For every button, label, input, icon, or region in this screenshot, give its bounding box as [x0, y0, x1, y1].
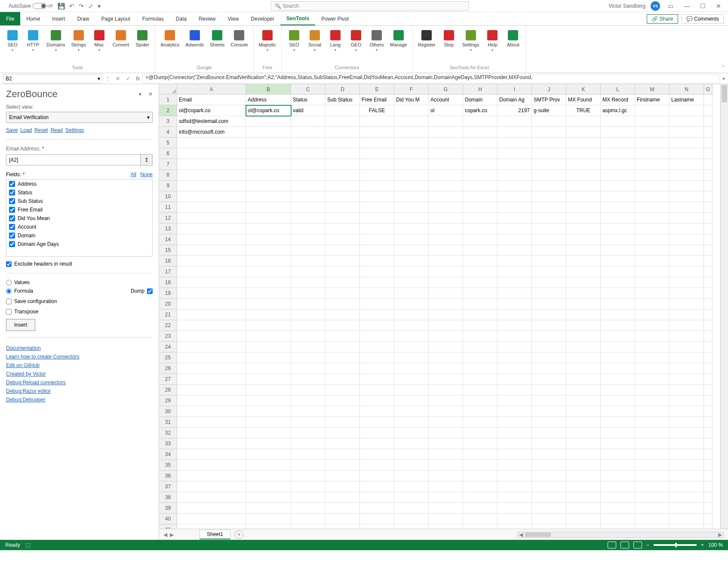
cell[interactable] [601, 170, 635, 181]
cell[interactable]: valid [291, 105, 326, 116]
cell[interactable] [394, 116, 429, 127]
cell[interactable] [429, 428, 463, 438]
cell[interactable] [246, 514, 291, 524]
cell[interactable] [291, 503, 326, 514]
cell[interactable] [463, 385, 498, 395]
cell[interactable] [635, 148, 670, 159]
row-header[interactable]: 27 [159, 374, 177, 385]
cell[interactable] [635, 320, 670, 331]
cell[interactable] [635, 234, 670, 245]
cell[interactable] [463, 352, 498, 363]
cell[interactable] [670, 224, 704, 234]
col-header[interactable]: M [635, 84, 670, 95]
cell[interactable] [394, 331, 429, 342]
cell[interactable] [177, 428, 246, 438]
cell[interactable] [498, 395, 532, 406]
cell[interactable] [704, 460, 713, 471]
cell[interactable]: Account [429, 95, 463, 105]
row-header[interactable]: 38 [159, 492, 177, 503]
cell[interactable] [463, 138, 498, 148]
cell[interactable] [566, 116, 601, 127]
cell[interactable]: info@microsoft.com [177, 127, 246, 138]
row-header[interactable]: 37 [159, 481, 177, 492]
cell[interactable] [429, 202, 463, 213]
zoom-slider[interactable] [654, 544, 697, 546]
row-header[interactable]: 13 [159, 224, 177, 234]
cell[interactable] [566, 385, 601, 395]
doc-link[interactable]: Debug:Debugger [6, 397, 153, 403]
cell[interactable] [429, 438, 463, 449]
normal-view-icon[interactable] [608, 542, 616, 548]
cell[interactable] [394, 417, 429, 428]
cell[interactable] [394, 342, 429, 352]
cell[interactable] [463, 299, 498, 309]
field-checkbox[interactable] [9, 207, 15, 213]
tab-draw[interactable]: Draw [71, 12, 95, 25]
cell[interactable] [463, 159, 498, 170]
cell[interactable] [246, 202, 291, 213]
cell[interactable] [670, 524, 704, 529]
row-header[interactable]: 7 [159, 159, 177, 170]
cell[interactable]: aspmx.l.gc [601, 105, 635, 116]
row-header[interactable]: 36 [159, 471, 177, 481]
cell[interactable] [360, 202, 394, 213]
tab-file[interactable]: File [0, 12, 20, 25]
cell[interactable] [326, 471, 360, 481]
cell[interactable] [246, 148, 291, 159]
cell[interactable] [635, 127, 670, 138]
cell[interactable] [601, 288, 635, 299]
cell[interactable] [532, 471, 566, 481]
cell[interactable] [498, 245, 532, 256]
cell[interactable] [670, 417, 704, 428]
cell[interactable] [532, 299, 566, 309]
cell[interactable] [498, 202, 532, 213]
cell[interactable] [498, 374, 532, 385]
cell[interactable] [360, 460, 394, 471]
col-header[interactable]: H [463, 84, 498, 95]
ribbon-spider[interactable]: Spider [133, 28, 151, 65]
doc-link[interactable]: Learn how to create Connectors [6, 354, 153, 360]
cell[interactable]: MX Found [566, 95, 601, 105]
cell[interactable] [246, 471, 291, 481]
cell[interactable] [566, 181, 601, 191]
row-header[interactable]: 19 [159, 288, 177, 299]
cell[interactable] [291, 406, 326, 417]
cell[interactable] [635, 299, 670, 309]
row-header[interactable]: 15 [159, 245, 177, 256]
col-header[interactable]: F [394, 84, 429, 95]
cell[interactable] [177, 245, 246, 256]
cell[interactable] [246, 385, 291, 395]
cell[interactable] [498, 481, 532, 492]
cell[interactable] [532, 170, 566, 181]
cell[interactable] [326, 514, 360, 524]
cell[interactable] [635, 256, 670, 266]
cell[interactable] [566, 503, 601, 514]
cell[interactable] [704, 138, 713, 148]
cell[interactable] [429, 352, 463, 363]
cell[interactable] [394, 181, 429, 191]
cell[interactable] [704, 417, 713, 428]
cell[interactable] [177, 138, 246, 148]
cell[interactable] [601, 202, 635, 213]
cell[interactable] [601, 428, 635, 438]
cell[interactable] [360, 471, 394, 481]
cell[interactable] [360, 331, 394, 342]
cell[interactable] [291, 245, 326, 256]
cell[interactable] [291, 309, 326, 320]
cell[interactable] [463, 234, 498, 245]
cell[interactable] [463, 342, 498, 352]
row-header[interactable]: 3 [159, 116, 177, 127]
cell[interactable] [394, 492, 429, 503]
cell[interactable] [246, 299, 291, 309]
taskpane-menu-icon[interactable]: ▾ [139, 91, 141, 97]
cell[interactable] [429, 363, 463, 374]
cell[interactable] [566, 460, 601, 471]
cell[interactable] [601, 213, 635, 224]
cell[interactable]: 2197 [498, 105, 532, 116]
ribbon-analytics[interactable]: Analytics [159, 28, 181, 65]
cell[interactable] [498, 299, 532, 309]
row-header[interactable]: 5 [159, 138, 177, 148]
cell[interactable] [360, 363, 394, 374]
cell[interactable] [704, 116, 713, 127]
cell[interactable] [532, 159, 566, 170]
